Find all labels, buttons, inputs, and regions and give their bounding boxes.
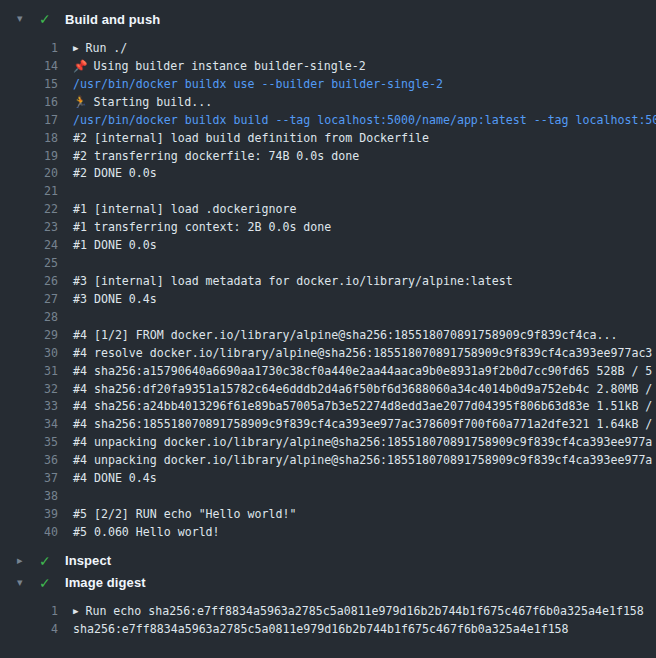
log-line-content: #2 DONE 0.0s (73, 165, 157, 183)
section-header-inspect[interactable]: ▸✓Inspect (0, 550, 656, 572)
log-line: 40#5 0.060 Hello world! (0, 524, 656, 542)
line-number[interactable]: 1 (0, 40, 58, 58)
log-line-content: #5 [2/2] RUN echo "Hello world!" (73, 506, 296, 524)
log-line: 22#1 [internal] load .dockerignore (0, 201, 656, 219)
log-line-content: 📌Using builder instance builder-single-2 (73, 58, 366, 76)
expand-group-icon[interactable]: ▶ (73, 40, 78, 58)
log-line: 4sha256:e7ff8834a5963a2785c5a0811e979d16… (0, 621, 656, 639)
log-line: 33#4 sha256:a24bb4013296f61e89ba57005a7b… (0, 398, 656, 416)
log-line-content: #4 sha256:185518070891758909c9f839cf4ca3… (73, 416, 652, 434)
log-line: 25 (0, 255, 656, 273)
check-icon: ✓ (39, 572, 53, 594)
log-line: 17/usr/bin/docker buildx build --tag loc… (0, 112, 656, 130)
line-number[interactable]: 40 (0, 524, 58, 542)
line-number[interactable]: 31 (0, 363, 58, 381)
line-number[interactable]: 32 (0, 381, 58, 399)
log-text: /usr/bin/docker buildx build --tag local… (73, 113, 656, 127)
line-number[interactable]: 19 (0, 148, 58, 166)
line-number[interactable]: 1 (0, 603, 58, 621)
chevron-down-icon: ▾ (17, 572, 27, 594)
line-number[interactable]: 36 (0, 452, 58, 470)
log-line-content: #4 resolve docker.io/library/alpine@sha2… (73, 345, 652, 363)
section-image-digest: ▾✓Image digest1▶Run echo sha256:e7ff8834… (0, 572, 656, 639)
log-text: sha256:e7ff8834a5963a2785c5a0811e979d16b… (73, 622, 569, 636)
log-line-content: #1 [internal] load .dockerignore (73, 201, 296, 219)
log-line-content: #4 sha256:a15790640a6690aa1730c38cf0a440… (73, 363, 652, 381)
line-number[interactable]: 16 (0, 94, 58, 112)
log-line: 24#1 DONE 0.0s (0, 237, 656, 255)
log-line-content: /usr/bin/docker buildx build --tag local… (73, 112, 656, 130)
line-number[interactable]: 4 (0, 621, 58, 639)
line-number[interactable]: 29 (0, 327, 58, 345)
log-line-content: #4 DONE 0.4s (73, 470, 157, 488)
line-number[interactable]: 35 (0, 434, 58, 452)
log-line-content: #3 [internal] load metadata for docker.i… (73, 273, 513, 291)
line-number[interactable]: 33 (0, 398, 58, 416)
log-text: #4 sha256:a24bb4013296f61e89ba57005a7b3e… (73, 399, 652, 413)
line-number[interactable]: 17 (0, 112, 58, 130)
section-header-image-digest[interactable]: ▾✓Image digest (0, 572, 656, 594)
log-line-content: #4 sha256:a24bb4013296f61e89ba57005a7b3e… (73, 398, 652, 416)
line-number[interactable]: 23 (0, 219, 58, 237)
line-number[interactable]: 34 (0, 416, 58, 434)
line-number[interactable]: 22 (0, 201, 58, 219)
section-title: Inspect (65, 553, 111, 568)
log-line: 15/usr/bin/docker buildx use --builder b… (0, 76, 656, 94)
expand-group-icon[interactable]: ▶ (73, 603, 78, 621)
log-line: 23#1 transferring context: 2B 0.0s done (0, 219, 656, 237)
log-line-content: #2 transferring dockerfile: 74B 0.0s don… (73, 148, 359, 166)
line-number[interactable]: 38 (0, 488, 58, 506)
log-text: Starting build... (93, 95, 212, 109)
line-number[interactable]: 21 (0, 183, 58, 201)
line-number[interactable]: 20 (0, 165, 58, 183)
line-number[interactable]: 28 (0, 309, 58, 327)
log-text: Using builder instance builder-single-2 (93, 59, 365, 73)
log-line: 21 (0, 183, 656, 201)
log-text: #4 resolve docker.io/library/alpine@sha2… (73, 346, 652, 360)
line-number[interactable]: 26 (0, 273, 58, 291)
log-text: Run echo sha256:e7ff8834a5963a2785c5a081… (85, 604, 643, 618)
log-line: 31#4 sha256:a15790640a6690aa1730c38cf0a4… (0, 363, 656, 381)
log-line-content: ▶Run echo sha256:e7ff8834a5963a2785c5a08… (73, 603, 644, 621)
line-number[interactable]: 18 (0, 130, 58, 148)
log-text: #1 [internal] load .dockerignore (73, 202, 296, 216)
line-number[interactable]: 25 (0, 255, 58, 273)
pushpin-icon: 📌 (73, 59, 87, 73)
check-icon: ✓ (39, 8, 53, 30)
log-text: #2 transferring dockerfile: 74B 0.0s don… (73, 149, 359, 163)
log-line-content: /usr/bin/docker buildx use --builder bui… (73, 76, 443, 94)
section-title: Image digest (65, 575, 146, 590)
log-line: 1▶Run ./ (0, 40, 656, 58)
log-line: 18#2 [internal] load build definition fr… (0, 130, 656, 148)
log-text: #4 DONE 0.4s (73, 471, 157, 485)
log-line: 26#3 [internal] load metadata for docker… (0, 273, 656, 291)
log-line: 28 (0, 309, 656, 327)
log-text: #1 transferring context: 2B 0.0s done (73, 220, 331, 234)
line-number[interactable]: 15 (0, 76, 58, 94)
log-text: /usr/bin/docker buildx use --builder bui… (73, 77, 443, 91)
line-number[interactable]: 24 (0, 237, 58, 255)
log-line: 14📌Using builder instance builder-single… (0, 58, 656, 76)
log-line: 32#4 sha256:df20fa9351a15782c64e6dddb2d4… (0, 381, 656, 399)
line-number[interactable]: 30 (0, 345, 58, 363)
log-text: #4 unpacking docker.io/library/alpine@sh… (73, 453, 652, 467)
log-text: #4 sha256:a15790640a6690aa1730c38cf0a440… (73, 364, 652, 378)
line-number[interactable]: 37 (0, 470, 58, 488)
section-lines-build-and-push: 1▶Run ./14📌Using builder instance builde… (0, 40, 656, 542)
log-line-content: #4 unpacking docker.io/library/alpine@sh… (73, 452, 652, 470)
log-line-content: sha256:e7ff8834a5963a2785c5a0811e979d16b… (73, 621, 569, 639)
log-line: 30#4 resolve docker.io/library/alpine@sh… (0, 345, 656, 363)
log-line: 29#4 [1/2] FROM docker.io/library/alpine… (0, 327, 656, 345)
line-number[interactable]: 14 (0, 58, 58, 76)
log-line: 39#5 [2/2] RUN echo "Hello world!" (0, 506, 656, 524)
section-header-build-and-push[interactable]: ▾✓Build and push (0, 8, 656, 30)
section-build-and-push: ▾✓Build and push1▶Run ./14📌Using builder… (0, 8, 656, 542)
log-line: 36#4 unpacking docker.io/library/alpine@… (0, 452, 656, 470)
log-line: 34#4 sha256:185518070891758909c9f839cf4c… (0, 416, 656, 434)
log-line-content: #1 DONE 0.0s (73, 237, 157, 255)
line-number[interactable]: 39 (0, 506, 58, 524)
log-text: #1 DONE 0.0s (73, 238, 157, 252)
line-number[interactable]: 27 (0, 291, 58, 309)
log-line-content: 🏃Starting build... (73, 94, 212, 112)
log-text: #5 0.060 Hello world! (73, 525, 220, 539)
